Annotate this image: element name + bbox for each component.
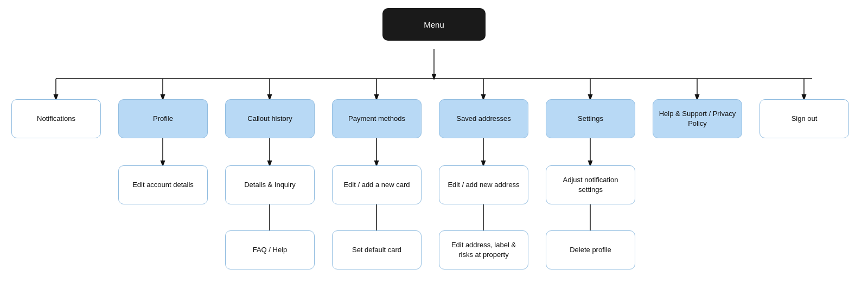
callout-history-label: Callout history xyxy=(247,114,292,124)
notifications-node[interactable]: Notifications xyxy=(11,99,101,138)
connector-lines xyxy=(0,0,868,289)
saved-addresses-node[interactable]: Saved addresses xyxy=(439,99,528,138)
payment-methods-label: Payment methods xyxy=(348,114,405,124)
adjust-notifications-node[interactable]: Adjust notification settings xyxy=(546,165,635,204)
sign-out-label: Sign out xyxy=(792,114,818,124)
edit-add-address-node[interactable]: Edit / add new address xyxy=(439,165,528,204)
edit-add-address-label: Edit / add new address xyxy=(448,180,519,190)
set-default-card-node[interactable]: Set default card xyxy=(332,230,422,269)
set-default-card-label: Set default card xyxy=(352,245,401,255)
edit-account-node[interactable]: Edit account details xyxy=(118,165,208,204)
edit-add-card-node[interactable]: Edit / add a new card xyxy=(332,165,422,204)
details-inquiry-label: Details & Inquiry xyxy=(244,180,296,190)
profile-label: Profile xyxy=(153,114,173,124)
help-support-label: Help & Support / Privacy Policy xyxy=(658,109,737,129)
faq-help-node[interactable]: FAQ / Help xyxy=(225,230,315,269)
notifications-label: Notifications xyxy=(37,114,75,124)
details-inquiry-node[interactable]: Details & Inquiry xyxy=(225,165,315,204)
diagram: Menu Notifications Profile Callout histo… xyxy=(0,0,868,289)
root-label: Menu xyxy=(424,19,444,30)
edit-address-label-node[interactable]: Edit address, label & risks at property xyxy=(439,230,528,269)
profile-node[interactable]: Profile xyxy=(118,99,208,138)
settings-node[interactable]: Settings xyxy=(546,99,635,138)
adjust-notifications-label: Adjust notification settings xyxy=(551,175,630,195)
settings-label: Settings xyxy=(578,114,603,124)
edit-add-card-label: Edit / add a new card xyxy=(343,180,410,190)
edit-address-label-label: Edit address, label & risks at property xyxy=(444,240,524,260)
saved-addresses-label: Saved addresses xyxy=(456,114,510,124)
root-node[interactable]: Menu xyxy=(382,8,486,41)
sign-out-node[interactable]: Sign out xyxy=(760,99,849,138)
help-support-node[interactable]: Help & Support / Privacy Policy xyxy=(653,99,742,138)
callout-history-node[interactable]: Callout history xyxy=(225,99,315,138)
delete-profile-label: Delete profile xyxy=(570,245,611,255)
faq-help-label: FAQ / Help xyxy=(253,245,288,255)
delete-profile-node[interactable]: Delete profile xyxy=(546,230,635,269)
edit-account-label: Edit account details xyxy=(132,180,194,190)
payment-methods-node[interactable]: Payment methods xyxy=(332,99,422,138)
